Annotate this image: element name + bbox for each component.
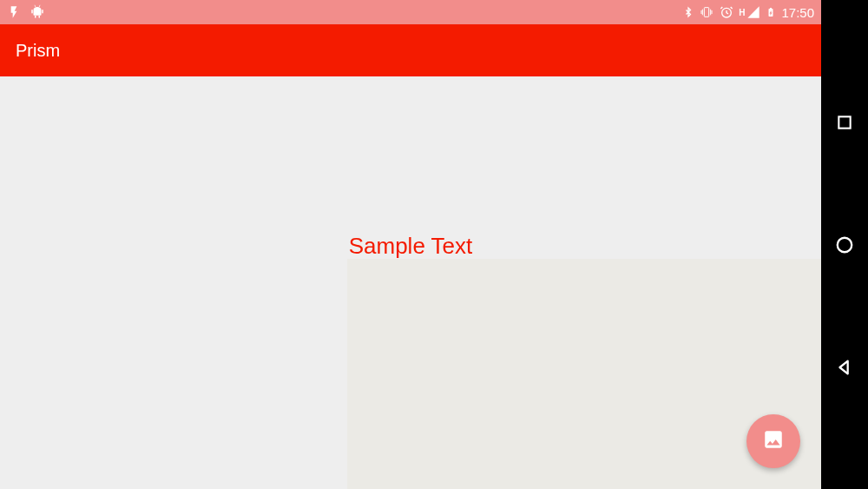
navigation-bar bbox=[821, 0, 868, 489]
status-bar-time: 17:50 bbox=[781, 5, 814, 20]
content-area: Sample Text bbox=[0, 76, 821, 489]
svg-rect-1 bbox=[31, 10, 33, 14]
image-icon bbox=[762, 428, 785, 454]
flash-icon bbox=[7, 5, 21, 19]
home-button[interactable] bbox=[832, 233, 857, 257]
signal-icon bbox=[746, 5, 760, 19]
bluetooth-icon bbox=[683, 5, 694, 19]
status-bar-right: H 17:50 bbox=[683, 4, 814, 20]
status-bar: H 17:50 bbox=[0, 0, 821, 24]
vibrate-icon bbox=[699, 5, 714, 19]
bugdroid-icon bbox=[30, 4, 45, 20]
fab-image-button[interactable] bbox=[746, 414, 800, 468]
sample-text-label: Sample Text bbox=[349, 233, 473, 260]
svg-rect-3 bbox=[35, 16, 36, 18]
back-button[interactable] bbox=[832, 355, 857, 380]
network-type-label: H bbox=[739, 8, 745, 17]
svg-rect-9 bbox=[838, 116, 850, 128]
status-bar-left bbox=[7, 4, 45, 20]
battery-charging-icon bbox=[766, 4, 776, 20]
recent-apps-button[interactable] bbox=[832, 110, 857, 135]
svg-point-10 bbox=[838, 237, 852, 252]
svg-rect-2 bbox=[42, 10, 43, 14]
app-area: H 17:50 Prism Sample Text bbox=[0, 0, 821, 489]
app-toolbar: Prism bbox=[0, 24, 821, 76]
toolbar-title: Prism bbox=[16, 41, 60, 61]
svg-rect-0 bbox=[34, 10, 42, 16]
alarm-icon bbox=[720, 5, 733, 19]
svg-line-6 bbox=[39, 5, 40, 7]
svg-line-5 bbox=[35, 5, 36, 7]
svg-rect-4 bbox=[39, 16, 41, 18]
svg-rect-7 bbox=[705, 8, 709, 17]
